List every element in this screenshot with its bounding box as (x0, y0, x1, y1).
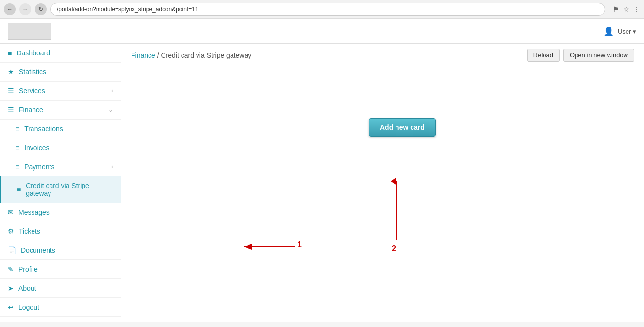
documents-icon: 📄 (8, 246, 16, 254)
reload-button[interactable]: Reload (527, 49, 560, 62)
payments-icon: ≡ (16, 163, 19, 171)
messages-icon: ✉ (8, 208, 14, 216)
breadcrumb-parent[interactable]: Finance (131, 52, 155, 59)
credit-card-icon: ≡ (17, 186, 21, 193)
sidebar-item-credit-card[interactable]: ≡ Credit card via Stripe gateway (0, 176, 121, 203)
browser-chrome: ← → ↻ /portal/add-on?module=splynx_strip… (0, 0, 644, 19)
bookmark-icon[interactable]: ⚑ (613, 5, 619, 13)
transactions-icon: ≡ (16, 125, 19, 133)
sidebar-item-documents[interactable]: 📄 Documents (0, 241, 121, 260)
sidebar-item-logout[interactable]: ↩ Logout (0, 298, 121, 317)
sidebar-item-services[interactable]: ☰ Services ‹ (0, 82, 121, 101)
content-main: Add new card 1 (121, 67, 644, 322)
invoices-icon: ≡ (16, 144, 19, 152)
sidebar-item-label: Invoices (24, 144, 49, 152)
breadcrumb-current: Credit card via Stripe gateway (161, 52, 251, 59)
statistics-icon: ★ (8, 68, 14, 76)
sidebar-item-profile[interactable]: ✎ Profile (0, 260, 121, 279)
app-header: 👤 User ▾ (0, 19, 644, 44)
about-icon: ➤ (8, 284, 14, 292)
header-right: 👤 User ▾ (603, 26, 636, 37)
sidebar-item-label: Dashboard (17, 49, 50, 57)
app-logo (8, 23, 51, 40)
sidebar-item-label: Tickets (19, 227, 40, 235)
main-area: ■ Dashboard ★ Statistics ☰ Services ‹ ☰ … (0, 44, 644, 322)
sidebar-collapse-button[interactable]: ‹ (0, 317, 121, 322)
browser-icons: ⚑ ☆ ⋮ (613, 5, 640, 13)
add-new-card-button[interactable]: Add new card (369, 118, 436, 137)
services-icon: ☰ (8, 87, 14, 95)
sidebar-item-label: Profile (18, 265, 38, 273)
services-arrow-icon: ‹ (111, 87, 113, 94)
user-avatar-icon[interactable]: 👤 (603, 26, 614, 37)
sidebar-item-label: Transactions (24, 125, 63, 133)
content-header: Finance / Credit card via Stripe gateway… (121, 44, 644, 67)
sidebar-item-label: About (18, 284, 36, 292)
app-container: 👤 User ▾ ■ Dashboard ★ Statistics ☰ Serv… (0, 19, 644, 322)
payments-arrow-icon: ‹ (111, 163, 113, 170)
finance-icon: ☰ (8, 106, 14, 114)
browser-toolbar: ← → ↻ /portal/add-on?module=splynx_strip… (0, 0, 644, 19)
sidebar-item-label: Messages (18, 208, 50, 216)
finance-arrow-icon: ⌄ (108, 106, 113, 113)
sidebar-item-statistics[interactable]: ★ Statistics (0, 63, 121, 82)
address-bar[interactable]: /portal/add-on?module=splynx_stripe_addo… (50, 3, 605, 16)
sidebar-item-label: Credit card via Stripe gateway (26, 182, 113, 197)
content-area: Finance / Credit card via Stripe gateway… (121, 44, 644, 322)
sidebar-item-finance[interactable]: ☰ Finance ⌄ (0, 101, 121, 120)
sidebar-item-dashboard[interactable]: ■ Dashboard (0, 44, 121, 63)
annotation-label-1: 1 (297, 241, 302, 249)
header-buttons: Reload Open in new window (527, 49, 634, 62)
sidebar-item-payments[interactable]: ≡ Payments ‹ (0, 157, 121, 176)
tickets-icon: ⚙ (8, 227, 14, 235)
annotation-2: 2 (389, 179, 404, 243)
user-menu[interactable]: User ▾ (618, 28, 636, 35)
annotation-label-2: 2 (392, 244, 396, 253)
menu-icon[interactable]: ⋮ (633, 5, 640, 13)
logout-icon: ↩ (8, 303, 14, 311)
url-text: /portal/add-on?module=splynx_stripe_addo… (57, 6, 198, 13)
reload-button[interactable]: ↻ (35, 3, 47, 15)
sidebar-item-label: Finance (19, 106, 43, 114)
sidebar-item-label: Statistics (19, 68, 46, 76)
sidebar-item-tickets[interactable]: ⚙ Tickets (0, 222, 121, 241)
open-new-window-button[interactable]: Open in new window (563, 49, 634, 62)
sidebar-item-invoices[interactable]: ≡ Invoices (0, 138, 121, 157)
annotation-1: 1 (242, 240, 300, 256)
sidebar-item-label: Services (19, 87, 45, 95)
sidebar-item-label: Documents (21, 246, 55, 254)
star-icon[interactable]: ☆ (623, 5, 629, 13)
sidebar-item-label: Payments (24, 163, 54, 171)
breadcrumb: Finance / Credit card via Stripe gateway (131, 52, 251, 59)
sidebar: ■ Dashboard ★ Statistics ☰ Services ‹ ☰ … (0, 44, 121, 322)
forward-button[interactable]: → (19, 3, 31, 15)
dashboard-icon: ■ (8, 49, 12, 57)
back-button[interactable]: ← (4, 3, 16, 15)
sidebar-item-messages[interactable]: ✉ Messages (0, 203, 121, 222)
profile-icon: ✎ (8, 265, 14, 273)
sidebar-item-transactions[interactable]: ≡ Transactions (0, 120, 121, 138)
sidebar-item-about[interactable]: ➤ About (0, 279, 121, 298)
sidebar-item-label: Logout (18, 303, 39, 311)
